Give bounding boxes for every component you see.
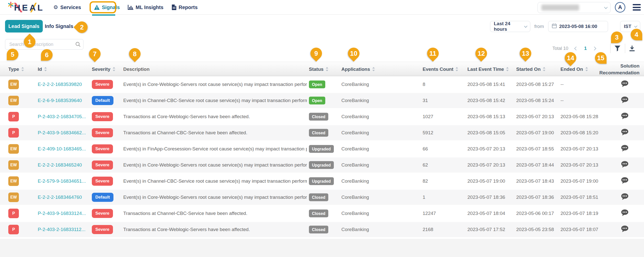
severity-badge: Severe — [92, 144, 113, 153]
previous-page-button[interactable] — [568, 47, 578, 50]
last-event-time: 2023-05-08 15:05 — [467, 130, 505, 136]
ended-on: 2023-05-07 19:00 — [560, 178, 598, 184]
sort-icon — [585, 67, 588, 71]
description-text: Event(s) in Channel-CBC-Service root cau… — [123, 178, 307, 184]
table-row[interactable]: PP-2-403-9-16834662...SevereTransactions… — [0, 125, 644, 140]
table-row[interactable]: EWE-2-409-10-1683465...SevereEvent(s) in… — [0, 141, 644, 156]
solution-recommendation-button[interactable] — [621, 193, 629, 202]
solution-recommendation-button[interactable] — [621, 97, 629, 105]
table-row[interactable]: EWE-2-2-2-1683465240SevereEvent(s) in Co… — [0, 157, 644, 173]
nav-item-services[interactable]: ⚙ Services — [53, 0, 81, 15]
table-row[interactable]: EWE-2-579-9-16834651...SevereEvent(s) in… — [0, 174, 644, 189]
column-header-solution-recommendation: Solution Recommendation — [599, 62, 639, 76]
timezone-value: IST — [624, 24, 631, 29]
from-label: from — [534, 21, 544, 32]
nav-item-reports[interactable]: Reports — [172, 0, 198, 15]
signal-id-link[interactable]: E-2-2-2-1683465240 — [38, 162, 82, 168]
signal-id-link[interactable]: E-2-2-2-1683539820 — [38, 82, 82, 87]
nav-label-signals: Signals — [102, 5, 120, 10]
download-button[interactable] — [629, 46, 635, 51]
solution-recommendation-button[interactable] — [621, 113, 629, 121]
solution-recommendation-button[interactable] — [621, 145, 629, 153]
signal-id-link[interactable]: P-2-403-2-16834705... — [38, 114, 86, 119]
comment-bubble-icon — [621, 80, 629, 87]
signal-id-link[interactable]: E-2-6-9-1683539640 — [38, 98, 82, 103]
column-header-severity[interactable]: Severity — [92, 67, 115, 72]
table-row[interactable]: EWE-2-6-9-1683539640DefaultEvent(s) in C… — [0, 93, 644, 108]
description-text: Transactions at Channel-CBC-Service have… — [123, 130, 247, 136]
info-signals-tab[interactable]: Info Signals — [45, 20, 73, 33]
nav-label-services: Services — [60, 5, 81, 10]
search-input[interactable] — [5, 39, 84, 50]
status-badge: Open — [309, 81, 325, 88]
annotation-marker-13: 13 — [517, 45, 534, 61]
next-page-button[interactable] — [587, 47, 596, 50]
column-header-id[interactable]: Id — [38, 67, 47, 72]
report-icon — [172, 5, 176, 10]
severity-badge: Severe — [92, 80, 113, 89]
signal-id-link[interactable]: E-2-2-2-1683464760 — [38, 195, 82, 200]
status-badge: Closed — [309, 226, 328, 234]
chevron-down-icon — [634, 24, 637, 28]
column-header-last-event-time[interactable]: Last Event Time — [467, 67, 509, 72]
annotation-marker-11: 11 — [425, 45, 441, 61]
comment-bubble-icon — [621, 177, 629, 184]
column-header-applications[interactable]: Applications — [341, 67, 375, 72]
account-select[interactable] — [538, 2, 611, 13]
solution-recommendation-button[interactable] — [621, 129, 629, 137]
solution-recommendation-button[interactable] — [621, 161, 629, 169]
search-icon[interactable] — [75, 42, 80, 48]
column-header-type[interactable]: Type — [8, 67, 24, 72]
last-event-time: 2023-05-08 15:13 — [467, 114, 505, 119]
started-on: 2023-05-06 00:17 — [516, 211, 554, 216]
sort-icon — [21, 67, 24, 71]
description-text: Event(s) in Core-Weblogic-Servers root c… — [123, 82, 307, 87]
application-name: CoreBanking — [341, 82, 369, 87]
solution-recommendation-button[interactable] — [621, 177, 629, 185]
solution-recommendation-button[interactable] — [621, 80, 629, 89]
solution-recommendation-button[interactable] — [621, 209, 629, 218]
redacted-account-name — [541, 5, 579, 11]
sort-icon — [44, 67, 47, 71]
hamburger-menu-button[interactable] — [633, 4, 641, 11]
table-row[interactable]: EWE-2-2-2-1683539820SevereEvent(s) in Co… — [0, 77, 644, 92]
table-row[interactable]: PP-2-403-2-16833112...SevereTransactions… — [0, 222, 644, 237]
column-header-started-on[interactable]: Started On — [516, 67, 545, 72]
table-row[interactable]: PP-2-403-9-16833124...SevereTransactions… — [0, 206, 644, 221]
ended-on: 2023-05-07 18:51 — [560, 195, 598, 200]
events-count: 5912 — [423, 130, 433, 136]
avatar[interactable]: A — [615, 2, 625, 13]
signal-id-link[interactable]: P-2-403-9-16833124... — [38, 211, 86, 216]
column-header-ended-on[interactable]: Ended On — [560, 67, 588, 72]
table-row[interactable]: EWE-2-2-2-1683464760DefaultEvent(s) in C… — [0, 190, 644, 205]
last-event-time: 2023-05-07 20:13 — [467, 162, 505, 168]
current-page-number: 1 — [584, 46, 587, 51]
table-row[interactable]: PP-2-403-2-16834705...SevereTransactions… — [0, 109, 644, 124]
solution-recommendation-button[interactable] — [621, 226, 629, 234]
signal-id-link[interactable]: E-2-579-9-16834651... — [38, 178, 86, 184]
nav-item-ml-insights[interactable]: ML Insights — [128, 0, 164, 15]
signal-id-link[interactable]: P-2-403-2-16833112... — [38, 227, 86, 232]
chevron-down-icon — [604, 6, 608, 9]
sort-icon — [543, 67, 545, 71]
signal-id-link[interactable]: E-2-409-10-1683465... — [38, 146, 86, 152]
chevron-left-icon — [574, 46, 578, 50]
column-header-status[interactable]: Status — [309, 67, 328, 72]
severity-badge: Severe — [92, 160, 113, 170]
comment-bubble-icon — [621, 97, 629, 104]
status-badge: Upgraded — [309, 161, 334, 169]
time-range-select[interactable]: Last 24 hours — [490, 21, 530, 32]
filter-button[interactable] — [615, 46, 620, 51]
started-on: 2023-05-07 20:13 — [516, 114, 554, 119]
started-on: 2023-05-07 18:43 — [516, 178, 554, 184]
divider — [610, 44, 611, 53]
lead-signals-button[interactable]: Lead Signals — [5, 20, 43, 33]
heal-logo[interactable]: HEAL — [8, 2, 45, 14]
signal-id-link[interactable]: P-2-403-9-16834662... — [38, 130, 86, 136]
severity-badge: Severe — [92, 209, 113, 218]
column-header-events-count[interactable]: Events Count — [423, 67, 458, 72]
comment-bubble-icon — [621, 129, 629, 136]
description-text: Event(s) in Channel-CBC-Service root cau… — [123, 98, 307, 103]
from-datetime-field[interactable]: 2023-05-08 16:00 — [548, 21, 608, 32]
nav-item-signals[interactable]: Signals — [94, 0, 120, 15]
